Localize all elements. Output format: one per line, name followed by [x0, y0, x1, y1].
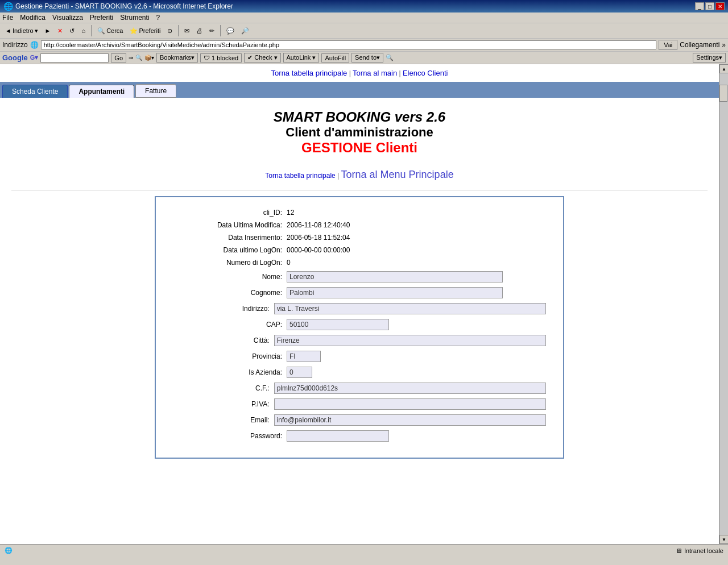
toolbar: ◄ Indietro ▾ ► ✕ ↺ ⌂ 🔍 Cerca ⭐ Preferiti…	[0, 23, 728, 39]
field-numero-logon: Numero di LogOn: 0	[173, 259, 546, 267]
mail-icon: ✉	[184, 27, 189, 35]
field-cf: C.F.:	[173, 383, 546, 394]
window-title: Gestione Pazienti - SMART BOOKING v2.6 -…	[15, 2, 233, 10]
scrollbar-right[interactable]: ▲ ▼	[719, 64, 728, 544]
scroll-track[interactable]	[719, 73, 728, 535]
menu-file[interactable]: File	[2, 14, 13, 22]
cf-input[interactable]	[274, 383, 546, 394]
print-button[interactable]: 🖨	[193, 26, 205, 36]
media-icon: ⊙	[167, 27, 172, 35]
form-nav-link2[interactable]: Torna al Menu Principale	[341, 169, 454, 180]
refresh-button[interactable]: ↺	[67, 26, 77, 36]
back-button[interactable]: ◄ Indietro ▾	[2, 26, 41, 36]
form-nav-link1[interactable]: Torna tabella principale	[265, 172, 335, 180]
maximize-button[interactable]: □	[705, 2, 714, 10]
provincia-input[interactable]	[287, 351, 321, 362]
data-logon-value: 0000-00-00 00:00:00	[287, 246, 350, 254]
address-input[interactable]	[41, 40, 656, 49]
citta-input[interactable]	[274, 335, 546, 346]
nome-label: Nome:	[173, 273, 287, 281]
indirizzo-input[interactable]	[274, 303, 546, 314]
content-area: Torna tabella principale | Torna al main…	[0, 64, 719, 544]
home-icon: ⌂	[81, 27, 85, 34]
search-icon: 🔍	[97, 27, 105, 35]
password-input[interactable]	[287, 430, 389, 442]
cap-label: CAP:	[173, 321, 287, 329]
stop-button[interactable]: ✕	[55, 26, 65, 36]
search-button[interactable]: 🔍 Cerca	[94, 26, 126, 36]
field-data-inserimento: Data Inserimento: 2006-05-18 11:52:04	[173, 234, 546, 242]
separator-2	[178, 25, 179, 36]
nav-link-elenco[interactable]: Elenco Clienti	[403, 69, 448, 77]
google-go-button[interactable]: Go	[111, 53, 126, 63]
cli-id-label: cli_ID:	[173, 209, 287, 217]
page-icon: 🌐	[30, 41, 39, 49]
numero-logon-value: 0	[287, 259, 291, 267]
blocked-button[interactable]: 🛡 1 blocked	[200, 53, 242, 63]
menu-strumenti[interactable]: Strumenti	[120, 14, 149, 22]
email-input[interactable]	[274, 414, 546, 426]
media-button[interactable]: ⊙	[164, 26, 175, 36]
separator-1	[91, 25, 92, 36]
favorites-button[interactable]: ⭐ Preferiti	[127, 26, 163, 36]
cap-input[interactable]	[287, 319, 389, 330]
cognome-input[interactable]	[287, 287, 503, 298]
form-title-2: Client d'amministrazione	[11, 125, 708, 140]
field-is-azienda: Is Azienda:	[173, 367, 546, 378]
mail-button[interactable]: ✉	[181, 26, 192, 36]
edit-icon: ✏	[209, 27, 214, 35]
is-azienda-input[interactable]	[287, 367, 312, 378]
field-data-logon: Data ultimo LogOn: 0000-00-00 00:00:00	[173, 246, 546, 254]
autolink-button[interactable]: AutoLink ▾	[283, 53, 320, 63]
home-button[interactable]: ⌂	[78, 26, 88, 36]
tab-fatture[interactable]: Fatture	[135, 84, 176, 98]
sendto-button[interactable]: Send to▾	[351, 53, 383, 63]
password-label: Password:	[173, 432, 287, 440]
nome-input[interactable]	[287, 271, 503, 282]
piva-input[interactable]	[274, 398, 546, 410]
address-bar: Indirizzo 🌐 Vai Collegamenti »	[0, 39, 728, 52]
email-label: Email:	[173, 416, 274, 424]
menu-modifica[interactable]: Modifica	[20, 14, 46, 22]
intranet-icon: 🖥	[676, 547, 682, 554]
nav-links-top: Torna tabella principale | Torna al main…	[0, 64, 719, 82]
scroll-thumb[interactable]	[719, 85, 727, 102]
data-logon-label: Data ultimo LogOn:	[173, 246, 287, 254]
data-inserimento-label: Data Inserimento:	[173, 234, 287, 242]
status-icon: 🌐	[5, 547, 13, 554]
tab-appuntamenti[interactable]: Appuntamenti	[69, 85, 134, 98]
close-button[interactable]: ✕	[715, 2, 725, 10]
menu-preferiti[interactable]: Preferiti	[90, 14, 113, 22]
status-bar: 🌐 🖥 Intranet locale	[0, 544, 728, 556]
research-button[interactable]: 🔎	[238, 26, 252, 36]
provincia-label: Provincia:	[173, 352, 287, 360]
menu-bar: File Modifica Visualizza Preferiti Strum…	[0, 13, 728, 23]
field-email: Email:	[173, 414, 546, 426]
cli-id-value: 12	[287, 209, 294, 217]
field-citta: Città:	[173, 335, 546, 346]
nav-link-main[interactable]: Torna al main	[353, 69, 397, 77]
minimize-button[interactable]: _	[695, 2, 704, 10]
menu-visualizza[interactable]: Visualizza	[52, 14, 83, 22]
tab-scheda-cliente[interactable]: Scheda Cliente	[2, 85, 68, 98]
scroll-down-button[interactable]: ▼	[719, 535, 728, 544]
scroll-up-button[interactable]: ▲	[719, 64, 728, 73]
settings-button[interactable]: Settings▾	[693, 53, 726, 63]
menu-help[interactable]: ?	[156, 14, 160, 22]
google-search-input[interactable]	[40, 53, 109, 63]
star-icon: ⭐	[130, 27, 138, 35]
bookmarks-button[interactable]: Bookmarks▾	[156, 53, 198, 63]
edit-button[interactable]: ✏	[206, 26, 217, 36]
forward-button[interactable]: ►	[42, 26, 54, 36]
google-toolbar: Google G▾ Go ⇒ 🔍 📦▾ Bookmarks▾ 🛡 1 block…	[0, 52, 728, 64]
check-button[interactable]: ✔ Check ▾	[244, 53, 280, 63]
nav-link-tabella[interactable]: Torna tabella principale	[271, 69, 348, 77]
data-form: cli_ID: 12 Data Ultima Modifica: 2006-11…	[155, 196, 564, 459]
vai-button[interactable]: Vai	[659, 40, 677, 50]
tabs-container: Scheda Cliente Appuntamenti Fatture	[0, 82, 719, 98]
messenger-button[interactable]: 💬	[224, 26, 237, 36]
form-header: SMART BOOKING vers 2.6 Client d'amminist…	[11, 98, 708, 164]
cf-label: C.F.:	[173, 384, 274, 392]
autofill-button[interactable]: AutoFill	[321, 53, 349, 63]
field-nome: Nome:	[173, 271, 546, 282]
